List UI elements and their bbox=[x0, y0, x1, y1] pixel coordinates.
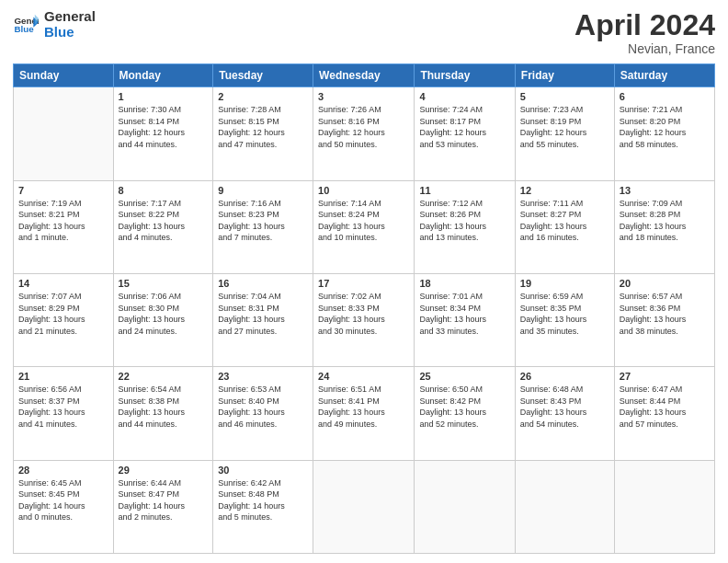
header-wednesday: Wednesday bbox=[313, 64, 415, 87]
day-info: Sunrise: 6:57 AM Sunset: 8:36 PM Dayligh… bbox=[620, 291, 710, 337]
day-info: Sunrise: 7:07 AM Sunset: 8:29 PM Dayligh… bbox=[18, 291, 108, 337]
day-info: Sunrise: 7:12 AM Sunset: 8:26 PM Dayligh… bbox=[419, 198, 509, 244]
calendar-cell bbox=[313, 460, 415, 553]
day-info: Sunrise: 6:53 AM Sunset: 8:40 PM Dayligh… bbox=[218, 384, 308, 430]
day-number: 24 bbox=[318, 371, 409, 382]
page: General Blue General Blue April 2024 Nev… bbox=[0, 0, 728, 563]
calendar-cell: 18Sunrise: 7:01 AM Sunset: 8:34 PM Dayli… bbox=[415, 273, 515, 366]
calendar-cell: 22Sunrise: 6:54 AM Sunset: 8:38 PM Dayli… bbox=[113, 367, 213, 460]
calendar-cell: 3Sunrise: 7:26 AM Sunset: 8:16 PM Daylig… bbox=[313, 87, 415, 180]
day-info: Sunrise: 7:26 AM Sunset: 8:16 PM Dayligh… bbox=[318, 104, 409, 150]
calendar-cell: 17Sunrise: 7:02 AM Sunset: 8:33 PM Dayli… bbox=[313, 273, 415, 366]
header-tuesday: Tuesday bbox=[213, 64, 313, 87]
calendar-cell bbox=[14, 87, 114, 180]
day-number: 6 bbox=[620, 91, 710, 102]
day-info: Sunrise: 7:06 AM Sunset: 8:30 PM Dayligh… bbox=[119, 291, 209, 337]
calendar-cell: 6Sunrise: 7:21 AM Sunset: 8:20 PM Daylig… bbox=[614, 87, 714, 180]
day-number: 11 bbox=[419, 185, 509, 196]
calendar-cell: 20Sunrise: 6:57 AM Sunset: 8:36 PM Dayli… bbox=[614, 273, 714, 366]
header-monday: Monday bbox=[113, 64, 213, 87]
calendar-cell: 29Sunrise: 6:44 AM Sunset: 8:47 PM Dayli… bbox=[113, 460, 213, 553]
calendar-cell: 21Sunrise: 6:56 AM Sunset: 8:37 PM Dayli… bbox=[14, 367, 114, 460]
calendar-week-row: 21Sunrise: 6:56 AM Sunset: 8:37 PM Dayli… bbox=[14, 367, 715, 460]
day-number: 12 bbox=[520, 185, 609, 196]
day-number: 28 bbox=[18, 465, 108, 476]
day-info: Sunrise: 6:56 AM Sunset: 8:37 PM Dayligh… bbox=[18, 384, 108, 430]
calendar-cell: 26Sunrise: 6:48 AM Sunset: 8:43 PM Dayli… bbox=[515, 367, 614, 460]
calendar-cell bbox=[415, 460, 515, 553]
header-thursday: Thursday bbox=[415, 64, 515, 87]
calendar-cell: 13Sunrise: 7:09 AM Sunset: 8:28 PM Dayli… bbox=[614, 180, 714, 273]
day-info: Sunrise: 6:48 AM Sunset: 8:43 PM Dayligh… bbox=[520, 384, 609, 430]
logo-icon: General Blue bbox=[13, 12, 39, 38]
header-friday: Friday bbox=[515, 64, 614, 87]
day-info: Sunrise: 7:04 AM Sunset: 8:31 PM Dayligh… bbox=[218, 291, 308, 337]
weekday-header-row: Sunday Monday Tuesday Wednesday Thursday… bbox=[14, 64, 715, 87]
day-number: 7 bbox=[18, 185, 108, 196]
svg-text:Blue: Blue bbox=[14, 24, 34, 34]
calendar-cell: 8Sunrise: 7:17 AM Sunset: 8:22 PM Daylig… bbox=[113, 180, 213, 273]
day-info: Sunrise: 6:47 AM Sunset: 8:44 PM Dayligh… bbox=[620, 384, 710, 430]
calendar-week-row: 1Sunrise: 7:30 AM Sunset: 8:14 PM Daylig… bbox=[14, 87, 715, 180]
calendar-week-row: 14Sunrise: 7:07 AM Sunset: 8:29 PM Dayli… bbox=[14, 273, 715, 366]
header-saturday: Saturday bbox=[614, 64, 714, 87]
day-number: 9 bbox=[218, 185, 308, 196]
day-info: Sunrise: 7:01 AM Sunset: 8:34 PM Dayligh… bbox=[419, 291, 509, 337]
calendar-cell bbox=[614, 460, 714, 553]
day-number: 19 bbox=[520, 278, 609, 289]
day-info: Sunrise: 6:51 AM Sunset: 8:41 PM Dayligh… bbox=[318, 384, 409, 430]
day-number: 29 bbox=[119, 465, 209, 476]
day-number: 15 bbox=[119, 278, 209, 289]
day-number: 25 bbox=[419, 371, 509, 382]
calendar-table: Sunday Monday Tuesday Wednesday Thursday… bbox=[13, 63, 715, 554]
calendar-cell: 5Sunrise: 7:23 AM Sunset: 8:19 PM Daylig… bbox=[515, 87, 614, 180]
calendar-cell: 27Sunrise: 6:47 AM Sunset: 8:44 PM Dayli… bbox=[614, 367, 714, 460]
day-number: 18 bbox=[419, 278, 509, 289]
day-number: 27 bbox=[620, 371, 710, 382]
calendar-cell: 16Sunrise: 7:04 AM Sunset: 8:31 PM Dayli… bbox=[213, 273, 313, 366]
day-number: 22 bbox=[119, 371, 209, 382]
title-block: April 2024 Nevian, France bbox=[574, 9, 715, 56]
day-number: 23 bbox=[218, 371, 308, 382]
logo-general: General bbox=[44, 9, 96, 25]
day-number: 13 bbox=[620, 185, 710, 196]
day-info: Sunrise: 7:16 AM Sunset: 8:23 PM Dayligh… bbox=[218, 198, 308, 244]
header-sunday: Sunday bbox=[14, 64, 114, 87]
day-number: 16 bbox=[218, 278, 308, 289]
calendar-cell: 30Sunrise: 6:42 AM Sunset: 8:48 PM Dayli… bbox=[213, 460, 313, 553]
calendar-cell: 1Sunrise: 7:30 AM Sunset: 8:14 PM Daylig… bbox=[113, 87, 213, 180]
day-info: Sunrise: 6:45 AM Sunset: 8:45 PM Dayligh… bbox=[18, 477, 108, 523]
header: General Blue General Blue April 2024 Nev… bbox=[13, 9, 715, 56]
day-number: 8 bbox=[119, 185, 209, 196]
day-number: 30 bbox=[218, 465, 308, 476]
calendar-cell: 2Sunrise: 7:28 AM Sunset: 8:15 PM Daylig… bbox=[213, 87, 313, 180]
month-year: April 2024 bbox=[574, 9, 715, 41]
day-number: 14 bbox=[18, 278, 108, 289]
day-info: Sunrise: 6:50 AM Sunset: 8:42 PM Dayligh… bbox=[419, 384, 509, 430]
day-info: Sunrise: 7:14 AM Sunset: 8:24 PM Dayligh… bbox=[318, 198, 409, 244]
day-info: Sunrise: 7:21 AM Sunset: 8:20 PM Dayligh… bbox=[620, 104, 710, 150]
day-number: 1 bbox=[119, 91, 209, 102]
location: Nevian, France bbox=[574, 41, 715, 56]
calendar-cell: 24Sunrise: 6:51 AM Sunset: 8:41 PM Dayli… bbox=[313, 367, 415, 460]
calendar-cell: 14Sunrise: 7:07 AM Sunset: 8:29 PM Dayli… bbox=[14, 273, 114, 366]
day-info: Sunrise: 7:11 AM Sunset: 8:27 PM Dayligh… bbox=[520, 198, 609, 244]
calendar-cell: 4Sunrise: 7:24 AM Sunset: 8:17 PM Daylig… bbox=[415, 87, 515, 180]
calendar-cell: 25Sunrise: 6:50 AM Sunset: 8:42 PM Dayli… bbox=[415, 367, 515, 460]
day-number: 26 bbox=[520, 371, 609, 382]
day-info: Sunrise: 7:28 AM Sunset: 8:15 PM Dayligh… bbox=[218, 104, 308, 150]
day-info: Sunrise: 6:54 AM Sunset: 8:38 PM Dayligh… bbox=[119, 384, 209, 430]
calendar-week-row: 28Sunrise: 6:45 AM Sunset: 8:45 PM Dayli… bbox=[14, 460, 715, 553]
day-number: 2 bbox=[218, 91, 308, 102]
logo: General Blue General Blue bbox=[13, 9, 96, 40]
calendar-cell: 12Sunrise: 7:11 AM Sunset: 8:27 PM Dayli… bbox=[515, 180, 614, 273]
day-number: 10 bbox=[318, 185, 409, 196]
day-info: Sunrise: 7:02 AM Sunset: 8:33 PM Dayligh… bbox=[318, 291, 409, 337]
calendar-cell: 19Sunrise: 6:59 AM Sunset: 8:35 PM Dayli… bbox=[515, 273, 614, 366]
day-info: Sunrise: 7:17 AM Sunset: 8:22 PM Dayligh… bbox=[119, 198, 209, 244]
calendar-cell: 9Sunrise: 7:16 AM Sunset: 8:23 PM Daylig… bbox=[213, 180, 313, 273]
calendar-cell bbox=[515, 460, 614, 553]
day-number: 20 bbox=[620, 278, 710, 289]
calendar-cell: 7Sunrise: 7:19 AM Sunset: 8:21 PM Daylig… bbox=[14, 180, 114, 273]
calendar-cell: 28Sunrise: 6:45 AM Sunset: 8:45 PM Dayli… bbox=[14, 460, 114, 553]
